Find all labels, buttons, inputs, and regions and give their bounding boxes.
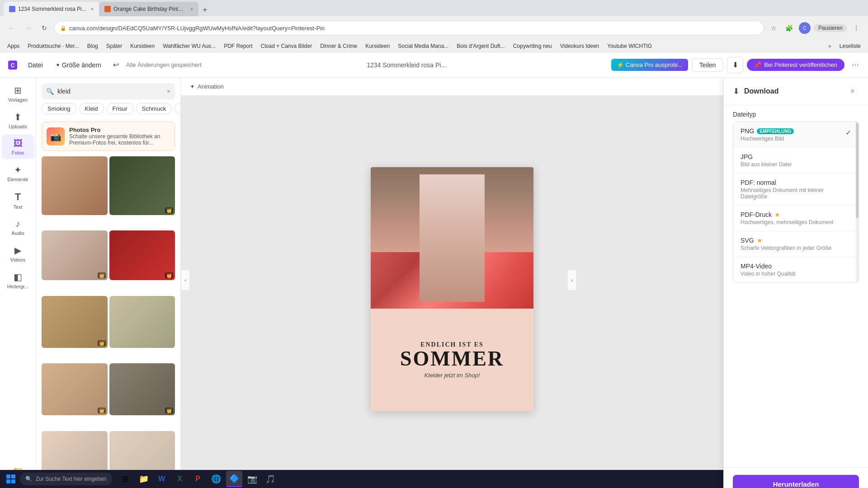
- address-bar: ← → ↻ 🔒 canva.com/design/DAEdCQ5UaMY/Y5R…: [0, 16, 868, 40]
- browser-icons: ☆ 🧩 C Pausieren ⋮: [768, 22, 863, 34]
- taskbar-app-word[interactable]: W: [154, 471, 170, 487]
- filetype-pdf-normal[interactable]: PDF: normal Mehrseitiges Dokument mit kl…: [733, 174, 859, 206]
- photo-item-8[interactable]: 👑: [109, 363, 175, 415]
- profile-icon[interactable]: C: [798, 22, 811, 34]
- filetype-pdf-druck[interactable]: PDF-Druck ★ Hochwertiges, mehrseitiges D…: [733, 206, 859, 231]
- sidebar-item-audio[interactable]: ♪ Audio: [2, 215, 34, 239]
- pill-ai[interactable]: AI: [175, 103, 180, 114]
- photo-item-4[interactable]: 👑: [109, 230, 175, 280]
- url-bar[interactable]: 🔒 canva.com/design/DAEdCQ5UaMY/Y5R-LUjvg…: [54, 21, 764, 35]
- reload-button[interactable]: ↻: [38, 22, 51, 34]
- taskbar-app-powerpoint[interactable]: P: [190, 471, 206, 487]
- sidebar-item-text[interactable]: T Text: [2, 188, 34, 213]
- bookmark-spaeter[interactable]: Später: [103, 42, 126, 50]
- pill-frisur[interactable]: Frisur: [107, 103, 133, 114]
- bookmark-socialmedia[interactable]: Social Media Mana...: [394, 42, 452, 50]
- photo-crown-7: 👑: [98, 408, 106, 413]
- extension-icon[interactable]: 🧩: [783, 22, 796, 34]
- bookmark-blog[interactable]: Blog: [84, 42, 102, 50]
- filetype-jpg[interactable]: JPG Bild aus kleiner Datei: [733, 148, 859, 174]
- search-input-wrapper: 🔍 ×: [42, 83, 175, 99]
- bookmark-pdf[interactable]: PDF Report: [220, 42, 256, 50]
- photo-item-3[interactable]: 👑: [42, 230, 108, 280]
- elemente-icon: ✦: [14, 164, 22, 175]
- bookmark-apps[interactable]: Apps: [4, 42, 23, 50]
- photo-item-5[interactable]: 👑: [42, 296, 108, 348]
- filetype-mp4-desc: Video in hoher Qualität: [741, 271, 851, 277]
- scroll-right-icon: ›: [568, 270, 576, 290]
- sidebar-item-videos[interactable]: ▶ Videos: [2, 241, 34, 266]
- photo-item-7[interactable]: 👑: [42, 363, 108, 415]
- forward-button[interactable]: →: [22, 22, 34, 34]
- tab-close-canva[interactable]: ×: [91, 6, 94, 12]
- pause-button[interactable]: Pausieren: [814, 24, 847, 32]
- bookmark-kursideen1[interactable]: Kursideen: [127, 42, 158, 50]
- taskbar-app-cortana[interactable]: ⊞: [118, 471, 134, 487]
- bookmark-produktsuche[interactable]: Produktsuche · Mer...: [24, 42, 82, 50]
- more-options-icon[interactable]: ⋮: [850, 22, 863, 34]
- groesse-menu[interactable]: ✦ Größe ändern: [51, 59, 106, 71]
- taskbar-app-camera[interactable]: 📷: [244, 471, 260, 487]
- photo-crown-3: 👑: [98, 272, 106, 278]
- taskbar-search[interactable]: 🔍 Zur Suche Text hier eingeben: [20, 473, 112, 485]
- sidebar-item-fotos[interactable]: 🖼 Fotos: [2, 135, 34, 159]
- new-tab-button[interactable]: +: [198, 4, 211, 16]
- bookmark-bois[interactable]: Bois d'Argent Duft...: [453, 42, 508, 50]
- bookmark-youtube[interactable]: Youtube WICHTIG: [604, 42, 656, 50]
- sidebar-item-uploads[interactable]: ⬆ Uploads: [2, 108, 34, 133]
- undo-button[interactable]: ↩: [113, 61, 119, 69]
- photos-pro-banner[interactable]: 📸 Photos Pro Schalte unsere gesamte Bibl…: [42, 122, 175, 151]
- filetype-mp4[interactable]: MP4-Video Video in hoher Qualität: [733, 257, 859, 282]
- download-action-button[interactable]: Herunterladen: [733, 475, 859, 488]
- scrollbar-thumb[interactable]: [856, 122, 859, 218]
- pinterest-publish-button[interactable]: 📌 Bei Pinterest veröffentlichen: [747, 59, 844, 71]
- search-input[interactable]: [57, 88, 163, 95]
- download-body: Dateityp PNG EMPFEHLUNG Hochwertiges Bil…: [724, 105, 868, 467]
- pill-schmuck[interactable]: Schmuck: [136, 103, 172, 114]
- sidebar-item-elemente[interactable]: ✦ Elemente: [2, 161, 34, 186]
- pill-kleid[interactable]: Kleid: [79, 103, 104, 114]
- bookmark-videokurs[interactable]: Videokurs Ideen: [557, 42, 603, 50]
- animation-button[interactable]: ✦ Animation: [186, 81, 227, 92]
- taskbar-app-chrome[interactable]: 🌐: [208, 471, 224, 487]
- bookmark-star-icon[interactable]: ☆: [768, 22, 780, 34]
- bookmark-leseliste[interactable]: Leseliste: [836, 42, 864, 50]
- back-button[interactable]: ←: [5, 22, 18, 34]
- bookmark-dinner[interactable]: Dinner & Crime: [316, 42, 361, 50]
- photo-item-1[interactable]: [42, 156, 108, 215]
- tab-close-pinterest[interactable]: ×: [190, 6, 193, 12]
- toolbar-more-button[interactable]: ⋯: [848, 58, 863, 72]
- home-button[interactable]: C: [5, 58, 20, 72]
- pill-smoking[interactable]: Smoking: [42, 103, 76, 114]
- photo-item-6[interactable]: [109, 296, 175, 348]
- bookmark-kursideen2[interactable]: Kursideen: [362, 42, 393, 50]
- tab-pinterest[interactable]: Orange Cake Birthday Pinteres... ×: [99, 2, 198, 16]
- bookmark-wahlfaecher[interactable]: Wahlfächer WU Aus...: [159, 42, 219, 50]
- filetype-svg[interactable]: SVG ★ Scharfe Vektorgrafiken in jeder Gr…: [733, 231, 859, 257]
- taskbar-app-spotify[interactable]: 🎵: [262, 471, 278, 487]
- videos-icon: ▶: [14, 245, 21, 256]
- photo-item-2[interactable]: 👑: [109, 156, 175, 215]
- bookmark-more[interactable]: »: [825, 42, 835, 50]
- sidebar-item-vorlagen[interactable]: ⊞ Vorlagen: [2, 81, 34, 106]
- share-button[interactable]: Teilen: [692, 58, 724, 72]
- bookmark-cload[interactable]: Cload + Canva Bilder: [257, 42, 316, 50]
- canvas-scroll-left[interactable]: ‹: [181, 96, 190, 465]
- datei-menu[interactable]: Datei: [24, 59, 47, 71]
- taskbar-app-file-explorer[interactable]: 📁: [136, 471, 152, 487]
- download-button[interactable]: ⬇: [727, 57, 743, 73]
- vorlagen-label: Vorlagen: [8, 97, 28, 103]
- design-card[interactable]: ENDLICH IST ES SOMMER Kleider jetzt im S…: [371, 167, 533, 411]
- search-clear-icon[interactable]: ×: [167, 88, 170, 95]
- sidebar-item-hintergrund[interactable]: ◧ Hintergr...: [2, 268, 34, 293]
- canvas-scroll-right[interactable]: ›: [567, 96, 576, 465]
- taskbar-app-edge[interactable]: 🔷: [226, 471, 242, 487]
- canva-pro-button[interactable]: ⚡ Canva Pro ausprobi...: [611, 59, 688, 71]
- download-close-button[interactable]: ×: [846, 85, 859, 98]
- tab-canva[interactable]: 1234 Sommerkleid rosa Pi... ×: [4, 2, 99, 16]
- download-panel: ⬇ Download × Dateityp PNG EMPFEHLUNG: [723, 78, 868, 488]
- bookmark-copywriting[interactable]: Copywriting neu: [509, 42, 556, 50]
- taskbar-app-excel[interactable]: X: [172, 471, 188, 487]
- filetype-png[interactable]: PNG EMPFEHLUNG Hochwertiges Bild ✓: [733, 122, 859, 148]
- start-button[interactable]: [4, 472, 18, 486]
